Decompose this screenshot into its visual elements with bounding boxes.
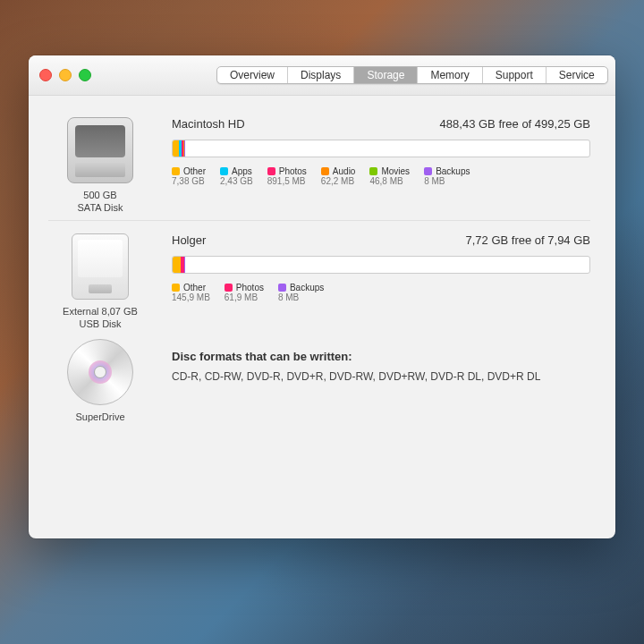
drive-row: 500 GBSATA DiskMacintosh HD488,43 GB fre… xyxy=(48,108,590,215)
titlebar: OverviewDisplaysStorageMemorySupportServ… xyxy=(29,55,615,96)
tab-support[interactable]: Support xyxy=(483,67,547,83)
legend-swatch xyxy=(321,167,329,175)
drive-name: Macintosh HD xyxy=(172,117,245,131)
storage-bar xyxy=(172,256,590,274)
legend-value: 891,5 MB xyxy=(267,176,307,186)
tab-displays[interactable]: Displays xyxy=(288,67,354,83)
legend-name: Other xyxy=(183,166,206,176)
legend-item: Movies46,8 MB xyxy=(369,166,410,186)
legend-swatch xyxy=(220,167,228,175)
hdd-icon xyxy=(67,117,133,183)
legend-name: Apps xyxy=(232,166,252,176)
disc-formats-list: CD-R, CD-RW, DVD-R, DVD+R, DVD-RW, DVD+R… xyxy=(172,370,590,383)
storage-legend: Other7,38 GBApps2,43 GBPhotos891,5 MBAud… xyxy=(172,166,590,186)
drive-free-text: 7,72 GB free of 7,94 GB xyxy=(466,233,590,247)
legend-value: 145,9 MB xyxy=(172,292,210,302)
legend-item: Other145,9 MB xyxy=(172,283,210,302)
about-this-mac-window: OverviewDisplaysStorageMemorySupportServ… xyxy=(29,55,615,538)
legend-name: Photos xyxy=(279,166,307,176)
legend-name: Backups xyxy=(290,283,324,292)
drive-caption: 500 GBSATA Disk xyxy=(78,189,123,215)
legend-name: Photos xyxy=(236,283,264,292)
legend-value: 2,43 GB xyxy=(220,176,253,186)
storage-legend: Other145,9 MBPhotos61,9 MBBackups8 MB xyxy=(172,283,590,302)
legend-value: 8 MB xyxy=(278,292,324,302)
legend-value: 62,2 MB xyxy=(321,176,356,186)
storage-segment xyxy=(173,140,179,157)
legend-item: Apps2,43 GB xyxy=(220,166,253,186)
legend-swatch xyxy=(267,167,275,175)
storage-segment xyxy=(184,140,185,157)
legend-item: Photos61,9 MB xyxy=(225,283,264,302)
drive-row: External 8,07 GBUSB DiskHolger7,72 GB fr… xyxy=(48,220,590,331)
legend-swatch xyxy=(225,284,233,292)
drive-caption: External 8,07 GBUSB Disk xyxy=(63,305,138,331)
legend-name: Audio xyxy=(333,166,356,176)
legend-item: Backups8 MB xyxy=(424,166,470,186)
legend-item: Other7,38 GB xyxy=(172,166,206,186)
legend-name: Other xyxy=(183,283,206,292)
tab-bar: OverviewDisplaysStorageMemorySupportServ… xyxy=(216,66,608,84)
tab-storage[interactable]: Storage xyxy=(354,67,418,83)
tab-memory[interactable]: Memory xyxy=(418,67,482,83)
legend-item: Audio62,2 MB xyxy=(321,166,356,186)
storage-segment xyxy=(184,257,185,273)
legend-name: Movies xyxy=(381,166,410,176)
disc-formats-header: Disc formats that can be written: xyxy=(172,350,590,363)
legend-value: 46,8 MB xyxy=(369,176,410,186)
superdrive-row: SuperDrive Disc formats that can be writ… xyxy=(48,330,590,423)
legend-value: 7,38 GB xyxy=(172,176,206,186)
close-button[interactable] xyxy=(39,69,52,81)
legend-swatch xyxy=(172,284,180,292)
storage-content: 500 GBSATA DiskMacintosh HD488,43 GB fre… xyxy=(29,96,615,436)
legend-swatch xyxy=(172,167,180,175)
legend-swatch xyxy=(424,167,432,175)
minimize-button[interactable] xyxy=(59,69,72,81)
window-controls xyxy=(39,69,91,81)
legend-item: Backups8 MB xyxy=(278,283,324,302)
legend-swatch xyxy=(369,167,377,175)
drive-free-text: 488,43 GB free of 499,25 GB xyxy=(440,117,590,131)
legend-name: Backups xyxy=(436,166,470,176)
superdrive-label: SuperDrive xyxy=(75,411,124,423)
zoom-button[interactable] xyxy=(79,69,91,81)
legend-value: 61,9 MB xyxy=(225,292,264,302)
legend-item: Photos891,5 MB xyxy=(267,166,307,186)
storage-segment xyxy=(173,257,181,273)
disc-icon xyxy=(67,339,133,405)
tab-overview[interactable]: Overview xyxy=(217,67,288,83)
storage-bar xyxy=(172,140,590,157)
legend-value: 8 MB xyxy=(424,176,470,186)
external-drive-icon xyxy=(72,233,129,300)
tab-service[interactable]: Service xyxy=(547,67,607,83)
drive-name: Holger xyxy=(172,233,206,247)
legend-swatch xyxy=(278,284,286,292)
